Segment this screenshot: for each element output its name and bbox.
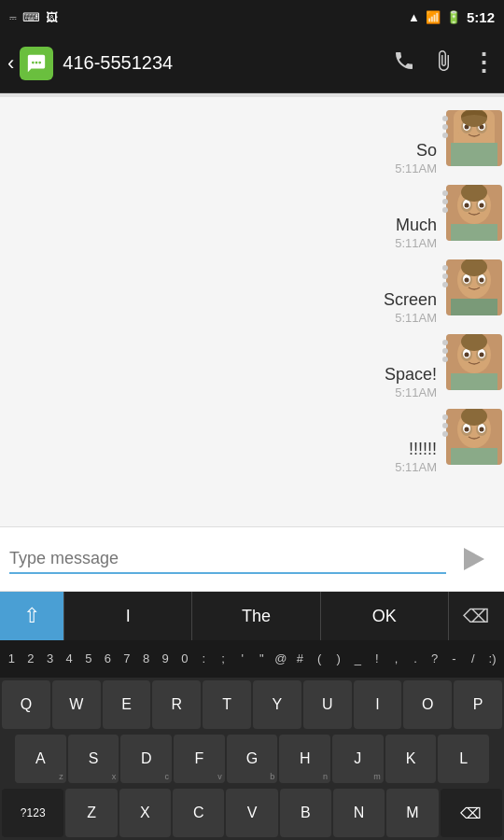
send-icon (464, 548, 484, 570)
delete-key[interactable]: ⌫ (448, 592, 504, 640)
key-lparen[interactable]: ( (310, 640, 329, 678)
key-d[interactable]: Dc (120, 735, 172, 783)
message-row: Screen 5:11AM (0, 256, 504, 329)
key-q[interactable]: Q (2, 680, 50, 729)
key-n[interactable]: N (333, 789, 385, 837)
shift-key[interactable]: ⇧ (0, 592, 63, 640)
suggestion-ok[interactable]: OK (320, 592, 448, 640)
key-quote[interactable]: " (252, 640, 272, 678)
key-7[interactable]: 7 (118, 640, 137, 678)
send-button[interactable] (454, 539, 495, 580)
key-0[interactable]: 0 (175, 640, 194, 678)
key-dash[interactable]: - (444, 640, 464, 678)
message-text: So (416, 141, 437, 161)
keyboard-area: ⇧ I The OK ⌫ 1 2 3 4 5 6 7 8 9 0 : ; ' "… (0, 592, 504, 840)
avatar (446, 110, 502, 166)
key-u[interactable]: U (303, 680, 352, 729)
key-at[interactable]: @ (272, 640, 291, 678)
svg-rect-26 (451, 299, 497, 315)
key-semi[interactable]: ; (214, 640, 233, 678)
key-8[interactable]: 8 (136, 640, 156, 678)
app-icon (20, 47, 53, 80)
key-j[interactable]: Jm (332, 735, 384, 783)
key-sym[interactable]: ?123 (2, 789, 63, 837)
avatar (446, 334, 502, 390)
key-smile[interactable]: :) (483, 640, 502, 678)
top-actions: ⋮ (393, 49, 497, 77)
attach-button[interactable] (432, 49, 455, 77)
message-bubble: Space! 5:11AM (385, 365, 437, 399)
key-x[interactable]: X (119, 789, 171, 837)
key-6[interactable]: 6 (98, 640, 118, 678)
key-e[interactable]: E (103, 680, 151, 729)
key-dot[interactable]: . (406, 640, 426, 678)
suggestions-row: ⇧ I The OK ⌫ (0, 592, 504, 640)
key-c[interactable]: C (173, 789, 224, 837)
key-k[interactable]: K (385, 735, 437, 783)
avatar-dots (442, 265, 448, 287)
avatar (446, 409, 502, 465)
input-area (0, 526, 504, 592)
key-1[interactable]: 1 (2, 640, 21, 678)
key-excl[interactable]: ! (368, 640, 387, 678)
message-text: Much (396, 216, 437, 235)
key-z[interactable]: Z (65, 789, 117, 837)
more-button[interactable]: ⋮ (471, 49, 497, 77)
key-g[interactable]: Gb (227, 735, 278, 783)
svg-rect-46 (451, 448, 497, 465)
key-2[interactable]: 2 (21, 640, 41, 678)
key-slash[interactable]: / (464, 640, 483, 678)
key-9[interactable]: 9 (156, 640, 175, 678)
key-4[interactable]: 4 (60, 640, 79, 678)
key-a[interactable]: Az (15, 735, 66, 783)
key-r[interactable]: R (152, 680, 201, 729)
key-under[interactable]: _ (348, 640, 368, 678)
svg-rect-6 (451, 143, 497, 166)
key-i[interactable]: I (354, 680, 402, 729)
key-f[interactable]: Fv (174, 735, 225, 783)
svg-point-21 (465, 203, 469, 208)
key-t[interactable]: T (203, 680, 251, 729)
key-w[interactable]: W (52, 680, 101, 729)
messages-area: So 5:11AM (0, 97, 504, 526)
key-p[interactable]: P (454, 680, 502, 729)
key-s[interactable]: Sx (68, 735, 119, 783)
key-l[interactable]: L (438, 735, 489, 783)
message-time: 5:11AM (395, 236, 437, 250)
suggestion-i[interactable]: I (63, 592, 191, 640)
avatar-container (442, 259, 504, 325)
key-v[interactable]: V (226, 789, 277, 837)
key-y[interactable]: Y (253, 680, 301, 729)
key-3[interactable]: 3 (40, 640, 60, 678)
message-input[interactable] (9, 545, 446, 574)
key-h[interactable]: Hn (279, 735, 330, 783)
svg-point-0 (32, 61, 35, 63)
key-comma[interactable]: , (386, 640, 406, 678)
svg-point-22 (480, 203, 484, 208)
back-button[interactable]: ‹ (7, 51, 14, 76)
suggestion-the[interactable]: The (191, 592, 319, 640)
signal-icon: 📶 (426, 10, 441, 24)
wifi-icon: ▲ (408, 10, 420, 24)
svg-point-51 (465, 427, 469, 432)
message-row: Space! 5:11AM (0, 330, 504, 403)
key-ques[interactable]: ? (425, 640, 444, 678)
key-b[interactable]: B (280, 789, 331, 837)
key-o[interactable]: O (403, 680, 452, 729)
message-row: So 5:11AM (0, 106, 504, 179)
avatar-container (442, 409, 504, 474)
delete-icon: ⌫ (463, 605, 489, 627)
key-rparen[interactable]: ) (329, 640, 348, 678)
key-m[interactable]: M (386, 789, 438, 837)
key-del[interactable]: ⌫ (441, 789, 502, 837)
key-apos[interactable]: ' (232, 640, 252, 678)
key-hash[interactable]: # (290, 640, 310, 678)
key-5[interactable]: 5 (78, 640, 98, 678)
svg-point-31 (465, 278, 469, 283)
phone-button[interactable] (393, 49, 415, 77)
image-icon: 🖼 (46, 10, 58, 24)
shift-icon: ⇧ (23, 604, 40, 628)
key-colon[interactable]: : (194, 640, 214, 678)
svg-point-42 (480, 353, 484, 357)
message-text: Screen (384, 290, 437, 310)
